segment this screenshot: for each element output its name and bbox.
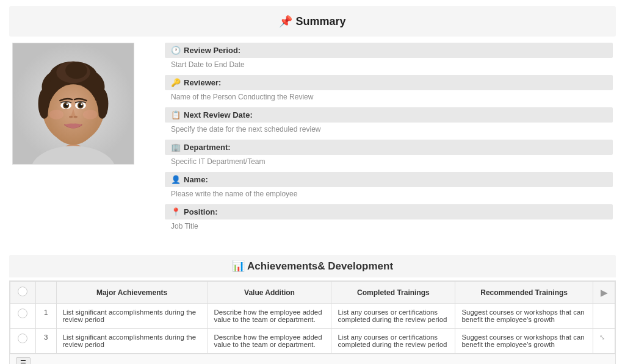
col-header-value: Value Addition [208,282,331,304]
filter-button[interactable]: ☰ [16,357,31,364]
department-field: 🏢 Department: Specific IT Department/Tea… [165,140,613,171]
scroll-right-icon[interactable]: ▶ [601,288,607,298]
summary-section: 📌 Summary [9,6,616,37]
review-period-field: 🕐 Review Period: Start Date to End Date [165,43,613,74]
svg-point-22 [83,110,98,120]
row-1-completed-trainings[interactable]: List any courses or certifications compl… [331,304,455,329]
table-row: 1 List significant accomplishments durin… [10,304,615,329]
row-1-achievements[interactable]: List significant accomplishments during … [56,304,208,329]
next-review-date-label: Next Review Date: [184,110,253,120]
position-label-row: 📍 Position: [165,204,613,219]
reviewer-label: Reviewer: [184,78,221,87]
name-field: 👤 Name: Please write the name of the emp… [165,172,613,203]
row-2-arrow: ⤡ [593,329,615,354]
table-row: 3 List significant accomplishments durin… [10,329,615,354]
review-period-label-row: 🕐 Review Period: [165,43,613,58]
name-label: Name: [184,175,208,184]
svg-point-19 [69,116,73,118]
row-2-achievements[interactable]: List significant accomplishments during … [56,329,208,354]
summary-content: 🕐 Review Period: Start Date to End Date … [0,37,625,249]
col-header-number [35,282,56,304]
department-label-row: 🏢 Department: [165,140,613,155]
info-fields-area: 🕐 Review Period: Start Date to End Date … [165,43,613,237]
position-value: Job Title [165,219,613,235]
table-bottom-controls: ☰ [9,354,616,364]
summary-header: 📌 Summary [21,11,604,32]
review-period-icon: 🕐 [171,46,181,55]
position-label: Position: [184,207,218,216]
achievements-header: 📊 Achievements& Development [9,255,616,277]
col-header-select [10,282,36,304]
col-header-achievements: Major Achievements [56,282,208,304]
position-icon: 📍 [171,207,181,216]
row-1-arrow [593,304,615,329]
row-2-recommended-trainings[interactable]: Suggest courses or workshops that can be… [455,329,593,354]
reviewer-icon: 🔑 [171,78,181,87]
department-label: Department: [184,143,231,152]
photo-area [12,43,146,237]
next-review-date-label-row: 📋 Next Review Date: [165,107,613,123]
row-2-value-addition[interactable]: Describe how the employee added value to… [208,329,331,354]
next-review-date-field: 📋 Next Review Date: Specify the date for… [165,107,613,138]
row-2-number: 3 [35,329,56,354]
review-period-label: Review Period: [184,46,240,55]
achievements-table-wrapper: Major Achievements Value Addition Comple… [9,280,616,354]
position-field: 📍 Position: Job Title [165,204,613,235]
svg-point-17 [67,104,68,105]
review-period-value: Start Date to End Date [165,58,613,74]
page-wrapper: 📌 Summary [0,0,625,364]
summary-title: Summary [295,15,345,27]
resize-handle-icon[interactable]: ⤡ [599,334,605,341]
row-1-recommended-trainings[interactable]: Suggest courses or workshops that can be… [455,304,593,329]
employee-photo [12,43,134,165]
row-1-number: 1 [35,304,56,329]
row-1-select-circle[interactable] [18,309,27,318]
svg-point-7 [65,62,87,79]
col-header-recommended: Recommended Trainings [455,282,593,304]
department-value: Specific IT Department/Team [165,155,613,171]
next-review-date-icon: 📋 [171,110,181,120]
row-2-select-circle[interactable] [18,334,27,343]
reviewer-field: 🔑 Reviewer: Name of the Person Conductin… [165,75,613,106]
next-review-date-value: Specify the date for the next scheduled … [165,123,613,138]
achievements-table: Major Achievements Value Addition Comple… [10,281,615,354]
row-1-value-addition[interactable]: Describe how the employee added value to… [208,304,331,329]
reviewer-value: Name of the Person Conducting the Review [165,90,613,106]
row-1-select[interactable] [10,304,36,329]
svg-point-21 [49,110,63,120]
achievements-title: Achievements& Development [247,260,393,272]
select-all-circle[interactable] [18,287,27,296]
svg-point-18 [81,104,82,105]
name-icon: 👤 [171,175,181,184]
reviewer-label-row: 🔑 Reviewer: [165,75,613,90]
row-2-completed-trainings[interactable]: List any courses or certifications compl… [331,329,455,354]
name-value: Please write the name of the employee [165,187,613,203]
name-label-row: 👤 Name: [165,172,613,187]
col-header-arrow: ▶ [593,282,615,304]
achievements-icon: 📊 [232,260,245,272]
summary-icon: 📌 [279,15,292,27]
svg-point-20 [74,116,78,118]
department-icon: 🏢 [171,143,181,152]
col-header-completed: Completed Trainings [331,282,455,304]
achievements-section: 📊 Achievements& Development Major Achiev… [9,255,616,364]
row-2-select[interactable] [10,329,36,354]
